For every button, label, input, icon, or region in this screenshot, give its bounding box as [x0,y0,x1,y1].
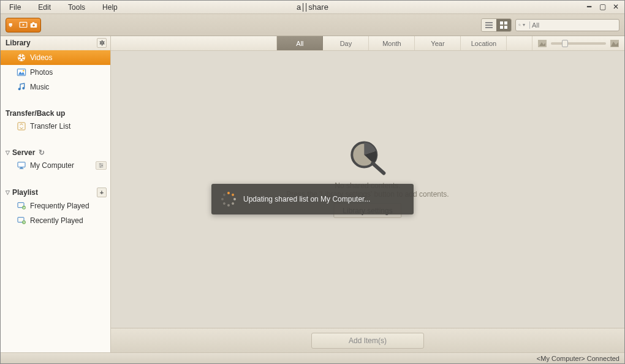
search-icon [518,21,521,29]
menu-tools[interactable]: Tools [59,2,94,13]
plus-icon: + [100,189,104,196]
filter-tab-all[interactable]: All [277,36,323,50]
svg-rect-11 [504,21,507,25]
svg-point-17 [20,56,22,58]
sidebar-item-photos[interactable]: Photos [1,65,110,80]
minimize-button[interactable]: ━ [584,2,594,11]
svg-rect-10 [500,21,503,25]
svg-point-36 [102,165,103,166]
playlist-icon [17,216,26,226]
toast-message: Updating shared list on My Computer... [243,195,370,203]
svg-point-14 [519,24,520,25]
svg-point-21 [19,59,20,60]
transfer-icon [17,121,26,131]
filter-tab-day[interactable]: Day [323,36,369,50]
svg-line-15 [520,25,521,26]
search-input[interactable] [532,21,616,29]
svg-line-48 [373,163,384,173]
sidebar-item-frequently-played[interactable]: Frequently Played [1,199,110,213]
refresh-icon[interactable]: ↻ [39,148,45,157]
devices-icon [9,21,17,29]
close-button[interactable]: ✕ [611,2,621,11]
svg-rect-6 [32,22,35,23]
filter-bar: All Day Month Year Location [111,36,624,51]
film-icon [17,53,26,63]
view-list-button[interactable] [482,19,496,31]
music-icon [17,82,26,92]
logo-divider-icon [303,3,303,12]
search-box[interactable]: ▾ [515,19,619,31]
gear-icon: ✲ [99,39,105,47]
svg-rect-12 [500,26,503,29]
chevron-down-icon: ▽ [6,150,10,156]
svg-rect-31 [20,169,24,169]
sidebar-item-label: My Computer [30,161,74,170]
thumb-large-icon [610,39,619,48]
progress-toast: Updating shared list on My Computer... [211,184,414,214]
add-items-button[interactable]: Add Item(s) [311,333,424,349]
svg-rect-29 [18,162,25,167]
play-icon [19,21,28,29]
bottom-bar: Add Item(s) [111,328,624,352]
server-options-button[interactable] [96,161,107,170]
svg-point-27 [22,87,25,89]
playlist-header[interactable]: ▽ Playlist + [1,183,110,199]
thumb-small-icon [537,39,547,48]
window-controls: ━ ▢ ✕ [584,2,621,11]
library-label: Library [6,39,31,47]
svg-rect-13 [504,26,507,29]
svg-rect-7 [485,22,493,23]
svg-rect-30 [20,167,23,168]
filter-tab-month[interactable]: Month [369,36,415,50]
grid-icon [500,21,507,29]
photo-icon [17,67,26,77]
slider-knob[interactable] [562,40,568,47]
chevron-down-icon: ▽ [6,189,10,195]
svg-rect-9 [485,27,493,28]
camera-icon [29,21,38,29]
svg-point-20 [22,59,23,60]
thumbnail-size-slider[interactable] [532,36,624,50]
library-settings-button[interactable]: ✲ [97,38,107,48]
transfer-header: Transfer/Back up [1,104,110,119]
svg-point-25 [23,70,25,72]
playlist-label: Playlist [12,188,38,197]
svg-point-22 [18,56,20,57]
search-scope-chevron-icon[interactable]: ▾ [523,22,525,28]
status-bar: <My Computer> Connected [1,352,624,363]
view-toggle [481,18,512,32]
menu-file[interactable]: File [1,2,29,13]
menu-help[interactable]: Help [94,2,126,13]
server-header[interactable]: ▽ Server ↻ [1,143,110,158]
playlist-icon [17,201,26,211]
sidebar-item-videos[interactable]: Videos [1,50,110,65]
svg-point-5 [32,24,35,26]
play-center-button[interactable] [6,18,41,32]
filter-tab-year[interactable]: Year [415,36,461,50]
menu-bar: File Edit Tools Help a share ━ ▢ ✕ [1,1,624,14]
menu-edit[interactable]: Edit [29,2,59,13]
sidebar-item-label: Frequently Played [30,202,89,210]
sidebar-item-label: Videos [30,53,52,62]
spinner-icon [221,192,236,207]
sidebar-item-recently-played[interactable]: Recently Played [1,213,110,228]
add-playlist-button[interactable]: + [97,188,107,197]
svg-point-19 [23,56,25,57]
filter-tab-location[interactable]: Location [461,36,507,50]
transfer-label: Transfer/Back up [6,109,65,118]
library-header: Library ✲ [1,36,110,50]
logo-divider-icon [306,3,306,12]
sidebar-item-my-computer[interactable]: My Computer [1,158,110,173]
svg-point-35 [99,164,100,165]
sidebar-item-music[interactable]: Music [1,80,110,94]
slider-icon [98,162,104,169]
svg-rect-8 [485,25,493,26]
server-label: Server [12,148,35,157]
view-grid-button[interactable] [496,19,511,31]
svg-point-26 [18,88,21,90]
maximize-button[interactable]: ▢ [597,2,607,11]
sidebar-item-label: Photos [30,68,53,77]
slider-track[interactable] [551,42,606,45]
toolbar: ▾ [1,14,624,36]
sidebar-item-transfer-list[interactable]: Transfer List [1,119,110,134]
